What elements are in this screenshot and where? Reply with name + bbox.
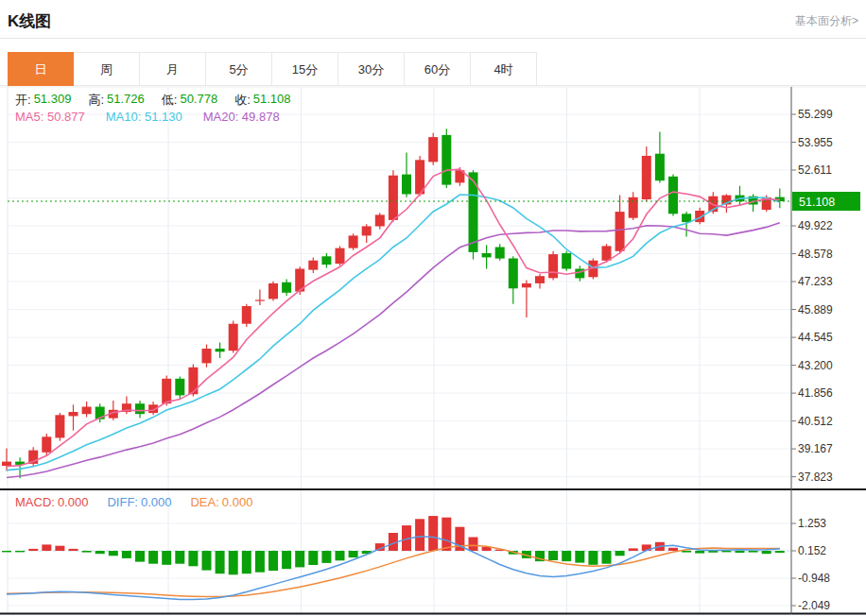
close-value: 51.108 <box>253 92 291 109</box>
ma10-line <box>7 195 780 471</box>
low-value: 50.778 <box>180 92 217 109</box>
page-title: K线图 <box>8 10 51 32</box>
svg-text:-2.049: -2.049 <box>798 599 830 612</box>
price-axis: 55.29953.95552.61149.92248.57847.23345.8… <box>791 108 833 612</box>
high-value: 51.726 <box>107 92 145 109</box>
svg-text:41.856: 41.856 <box>798 386 833 400</box>
low-item: 低:50.778 <box>162 92 217 109</box>
fundamental-analysis-link[interactable]: 基本面分析> <box>795 13 858 29</box>
ma5-value: MA5: 50.877 <box>15 110 85 124</box>
svg-text:44.545: 44.545 <box>798 331 833 344</box>
macd-value: 0.000 <box>58 495 89 509</box>
svg-text:51.108: 51.108 <box>799 196 835 209</box>
ma-info-bar: MA5: 50.877 MA10: 51.130 MA20: 49.878 <box>15 110 280 124</box>
svg-text:-0.948: -0.948 <box>798 572 830 585</box>
low-label: 低: <box>162 92 178 109</box>
ma20-line <box>7 223 780 478</box>
macd-label: MACD: <box>15 495 55 509</box>
tab-30min[interactable]: 30分 <box>338 52 405 86</box>
svg-text:37.823: 37.823 <box>798 471 833 484</box>
dea-label: DEA: <box>190 495 218 509</box>
svg-text:43.200: 43.200 <box>798 359 833 372</box>
tab-4hour[interactable]: 4时 <box>471 52 537 86</box>
svg-text:49.922: 49.922 <box>798 219 833 232</box>
tab-60min[interactable]: 60分 <box>405 52 471 86</box>
close-label: 收: <box>234 92 251 109</box>
svg-text:0.152: 0.152 <box>798 544 826 557</box>
diff-item: DIFF:0.000 <box>107 495 171 509</box>
diff-label: DIFF: <box>107 495 138 509</box>
period-tabs: 日周月5分15分30分60分4时 <box>8 52 537 86</box>
svg-text:45.889: 45.889 <box>798 303 833 317</box>
open-item: 开:51.309 <box>15 92 71 109</box>
svg-text:47.233: 47.233 <box>798 275 833 288</box>
svg-text:1.253: 1.253 <box>798 517 826 530</box>
macd-info-bar: MACD:0.000 DIFF:0.000 DEA:0.000 <box>15 495 252 509</box>
svg-text:48.578: 48.578 <box>798 248 833 261</box>
open-value: 51.309 <box>34 92 72 109</box>
open-label: 开: <box>15 92 31 109</box>
high-label: 高: <box>88 92 104 109</box>
svg-text:52.611: 52.611 <box>798 163 832 177</box>
dea-value: 0.000 <box>222 495 253 509</box>
tab-15min[interactable]: 15分 <box>272 52 338 86</box>
diff-value: 0.000 <box>141 495 172 509</box>
close-item: 收:51.108 <box>234 92 290 109</box>
svg-text:53.955: 53.955 <box>798 136 833 149</box>
header-divider <box>0 38 866 39</box>
macd-item: MACD:0.000 <box>15 495 88 509</box>
svg-text:40.512: 40.512 <box>798 415 833 428</box>
tab-month[interactable]: 月 <box>140 52 206 86</box>
current-price-tag: 51.108 <box>792 192 860 211</box>
svg-text:39.167: 39.167 <box>798 442 833 455</box>
tab-5min[interactable]: 5分 <box>206 52 272 86</box>
ma20-value: MA20: 49.878 <box>203 110 280 124</box>
tab-week[interactable]: 周 <box>74 52 140 86</box>
dea-item: DEA:0.000 <box>190 495 252 509</box>
ma10-value: MA10: 51.130 <box>106 110 182 124</box>
high-item: 高:51.726 <box>88 92 144 109</box>
tab-day[interactable]: 日 <box>8 52 74 86</box>
svg-text:55.299: 55.299 <box>798 108 833 121</box>
ohlc-info-bar: 开:51.309 高:51.726 低:50.778 收:51.108 <box>15 92 291 109</box>
header: K线图 基本面分析> <box>8 8 858 34</box>
